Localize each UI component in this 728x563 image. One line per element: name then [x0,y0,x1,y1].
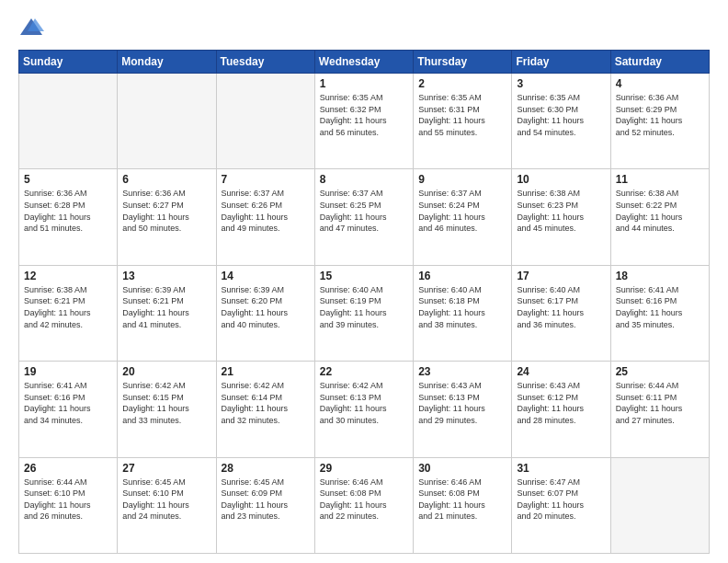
calendar-day-cell: 21Sunrise: 6:42 AM Sunset: 6:14 PM Dayli… [216,362,314,457]
calendar-day-cell: 17Sunrise: 6:40 AM Sunset: 6:17 PM Dayli… [512,265,610,361]
day-info: Sunrise: 6:36 AM Sunset: 6:28 PM Dayligh… [24,188,112,234]
calendar-day-cell: 14Sunrise: 6:39 AM Sunset: 6:20 PM Dayli… [216,265,314,361]
day-info: Sunrise: 6:35 AM Sunset: 6:31 PM Dayligh… [418,92,506,138]
weekday-header-cell: Tuesday [216,51,314,74]
header [18,15,710,40]
weekday-header-cell: Monday [118,51,216,74]
day-number: 11 [616,173,704,186]
calendar-day-cell [19,74,118,169]
calendar-day-cell: 23Sunrise: 6:43 AM Sunset: 6:13 PM Dayli… [414,362,512,457]
day-info: Sunrise: 6:40 AM Sunset: 6:19 PM Dayligh… [320,284,408,330]
day-info: Sunrise: 6:36 AM Sunset: 6:29 PM Dayligh… [616,92,704,138]
page: SundayMondayTuesdayWednesdayThursdayFrid… [0,0,728,563]
day-number: 17 [517,270,605,282]
day-number: 2 [418,77,506,90]
calendar-day-cell: 20Sunrise: 6:42 AM Sunset: 6:15 PM Dayli… [118,362,216,457]
day-info: Sunrise: 6:37 AM Sunset: 6:25 PM Dayligh… [320,188,408,234]
day-number: 20 [122,365,210,378]
day-number: 25 [616,365,704,378]
day-info: Sunrise: 6:39 AM Sunset: 6:20 PM Dayligh… [222,284,310,330]
day-info: Sunrise: 6:43 AM Sunset: 6:12 PM Dayligh… [517,380,605,426]
day-info: Sunrise: 6:35 AM Sunset: 6:32 PM Dayligh… [320,92,408,138]
calendar-week-row: 26Sunrise: 6:44 AM Sunset: 6:10 PM Dayli… [19,457,710,553]
calendar-day-cell: 5Sunrise: 6:36 AM Sunset: 6:28 PM Daylig… [19,169,118,265]
calendar-week-row: 19Sunrise: 6:41 AM Sunset: 6:16 PM Dayli… [19,362,710,457]
calendar-day-cell: 27Sunrise: 6:45 AM Sunset: 6:10 PM Dayli… [118,457,216,553]
calendar-day-cell: 26Sunrise: 6:44 AM Sunset: 6:10 PM Dayli… [19,457,118,553]
day-number: 19 [24,365,112,378]
calendar-day-cell: 4Sunrise: 6:36 AM Sunset: 6:29 PM Daylig… [610,74,709,169]
weekday-header-row: SundayMondayTuesdayWednesdayThursdayFrid… [19,51,710,74]
day-number: 23 [418,365,506,378]
day-number: 10 [517,173,605,186]
calendar-day-cell: 15Sunrise: 6:40 AM Sunset: 6:19 PM Dayli… [314,265,413,361]
day-number: 15 [320,270,408,282]
day-number: 28 [222,462,310,475]
weekday-header-cell: Wednesday [314,51,413,74]
day-number: 6 [122,173,210,186]
calendar-day-cell: 6Sunrise: 6:36 AM Sunset: 6:27 PM Daylig… [118,169,216,265]
day-number: 22 [320,365,408,378]
day-number: 26 [24,462,112,475]
day-info: Sunrise: 6:37 AM Sunset: 6:24 PM Dayligh… [418,188,506,234]
day-number: 30 [418,462,506,475]
day-number: 31 [517,462,605,475]
day-number: 8 [320,173,408,186]
day-info: Sunrise: 6:44 AM Sunset: 6:10 PM Dayligh… [24,477,112,523]
day-info: Sunrise: 6:36 AM Sunset: 6:27 PM Dayligh… [122,188,210,234]
calendar-day-cell: 16Sunrise: 6:40 AM Sunset: 6:18 PM Dayli… [414,265,512,361]
day-number: 24 [517,365,605,378]
calendar-day-cell: 31Sunrise: 6:47 AM Sunset: 6:07 PM Dayli… [512,457,610,553]
day-info: Sunrise: 6:44 AM Sunset: 6:11 PM Dayligh… [616,380,704,426]
day-info: Sunrise: 6:41 AM Sunset: 6:16 PM Dayligh… [616,284,704,330]
calendar-day-cell: 12Sunrise: 6:38 AM Sunset: 6:21 PM Dayli… [19,265,118,361]
day-number: 21 [222,365,310,378]
calendar-week-row: 5Sunrise: 6:36 AM Sunset: 6:28 PM Daylig… [19,169,710,265]
calendar-day-cell: 18Sunrise: 6:41 AM Sunset: 6:16 PM Dayli… [610,265,709,361]
day-info: Sunrise: 6:46 AM Sunset: 6:08 PM Dayligh… [418,477,506,523]
calendar-day-cell: 11Sunrise: 6:38 AM Sunset: 6:22 PM Dayli… [610,169,709,265]
day-number: 13 [122,270,210,282]
day-number: 7 [222,173,310,186]
day-number: 5 [24,173,112,186]
calendar-day-cell [610,457,709,553]
calendar-table: SundayMondayTuesdayWednesdayThursdayFrid… [18,50,710,554]
weekday-header-cell: Sunday [19,51,118,74]
calendar-day-cell [118,74,216,169]
day-number: 9 [418,173,506,186]
calendar-day-cell: 13Sunrise: 6:39 AM Sunset: 6:21 PM Dayli… [118,265,216,361]
day-number: 12 [24,270,112,282]
day-info: Sunrise: 6:38 AM Sunset: 6:22 PM Dayligh… [616,188,704,234]
day-number: 1 [320,77,408,90]
calendar-day-cell: 9Sunrise: 6:37 AM Sunset: 6:24 PM Daylig… [414,169,512,265]
calendar-day-cell: 25Sunrise: 6:44 AM Sunset: 6:11 PM Dayli… [610,362,709,457]
day-info: Sunrise: 6:42 AM Sunset: 6:13 PM Dayligh… [320,380,408,426]
calendar-day-cell: 22Sunrise: 6:42 AM Sunset: 6:13 PM Dayli… [314,362,413,457]
day-info: Sunrise: 6:41 AM Sunset: 6:16 PM Dayligh… [24,380,112,426]
weekday-header-cell: Saturday [610,51,709,74]
day-info: Sunrise: 6:42 AM Sunset: 6:15 PM Dayligh… [122,380,210,426]
calendar-day-cell: 29Sunrise: 6:46 AM Sunset: 6:08 PM Dayli… [314,457,413,553]
calendar-week-row: 12Sunrise: 6:38 AM Sunset: 6:21 PM Dayli… [19,265,710,361]
day-info: Sunrise: 6:47 AM Sunset: 6:07 PM Dayligh… [517,477,605,523]
day-number: 3 [517,77,605,90]
day-info: Sunrise: 6:46 AM Sunset: 6:08 PM Dayligh… [320,477,408,523]
calendar-day-cell: 8Sunrise: 6:37 AM Sunset: 6:25 PM Daylig… [314,169,413,265]
day-info: Sunrise: 6:38 AM Sunset: 6:23 PM Dayligh… [517,188,605,234]
day-info: Sunrise: 6:40 AM Sunset: 6:18 PM Dayligh… [418,284,506,330]
calendar-day-cell: 1Sunrise: 6:35 AM Sunset: 6:32 PM Daylig… [314,74,413,169]
day-number: 29 [320,462,408,475]
day-info: Sunrise: 6:42 AM Sunset: 6:14 PM Dayligh… [222,380,310,426]
calendar-day-cell: 30Sunrise: 6:46 AM Sunset: 6:08 PM Dayli… [414,457,512,553]
calendar-day-cell: 7Sunrise: 6:37 AM Sunset: 6:26 PM Daylig… [216,169,314,265]
calendar-day-cell [216,74,314,169]
logo-icon [18,15,44,40]
day-info: Sunrise: 6:37 AM Sunset: 6:26 PM Dayligh… [222,188,310,234]
day-info: Sunrise: 6:43 AM Sunset: 6:13 PM Dayligh… [418,380,506,426]
day-info: Sunrise: 6:35 AM Sunset: 6:30 PM Dayligh… [517,92,605,138]
day-info: Sunrise: 6:40 AM Sunset: 6:17 PM Dayligh… [517,284,605,330]
day-number: 14 [222,270,310,282]
calendar-day-cell: 19Sunrise: 6:41 AM Sunset: 6:16 PM Dayli… [19,362,118,457]
day-number: 4 [616,77,704,90]
calendar-day-cell: 24Sunrise: 6:43 AM Sunset: 6:12 PM Dayli… [512,362,610,457]
